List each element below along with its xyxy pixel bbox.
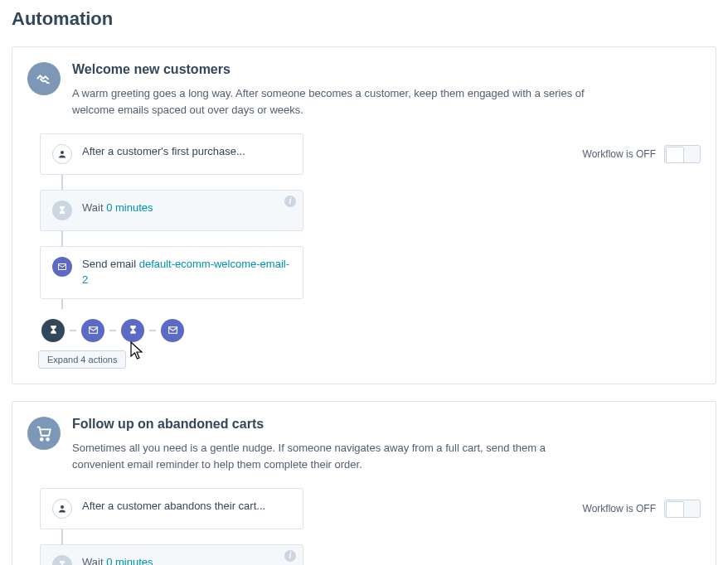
trigger-step[interactable]: After a customer's first purchase... xyxy=(40,133,303,175)
hourglass-icon[interactable] xyxy=(121,319,144,342)
connector xyxy=(61,529,63,544)
trigger-step[interactable]: After a customer abandons their cart... xyxy=(40,488,303,529)
email-icon[interactable] xyxy=(81,319,104,342)
wait-label: Wait xyxy=(82,201,104,214)
workflow-card-welcome: Welcome new customers A warm greeting go… xyxy=(12,46,716,384)
connector xyxy=(61,231,63,246)
wait-value-link[interactable]: 0 minutes xyxy=(106,556,153,565)
page-title: Automation xyxy=(12,8,716,30)
svg-point-3 xyxy=(41,438,43,441)
collapsed-actions-row xyxy=(41,319,701,342)
handshake-icon xyxy=(27,62,61,95)
workflow-title: Welcome new customers xyxy=(72,62,586,77)
wait-step[interactable]: Wait 0 minutes i xyxy=(40,544,303,565)
workflow-description: A warm greeting goes a long way. After s… xyxy=(72,85,586,118)
cart-icon xyxy=(27,417,61,450)
workflow-title: Follow up on abandoned carts xyxy=(72,417,586,432)
send-email-step[interactable]: Send email default-ecomm-welcome-email-2 xyxy=(40,246,303,299)
expand-actions-button[interactable]: Expand 4 actions xyxy=(38,350,126,369)
card-header: Follow up on abandoned carts Sometimes a… xyxy=(27,417,701,473)
trigger-label: After a customer's first purchase... xyxy=(82,144,245,160)
user-icon xyxy=(52,499,72,519)
wait-step[interactable]: Wait 0 minutes i xyxy=(40,190,303,231)
svg-point-4 xyxy=(46,438,49,441)
wait-value-link[interactable]: 0 minutes xyxy=(106,201,153,214)
hourglass-icon[interactable] xyxy=(41,319,65,342)
wait-label: Wait xyxy=(82,556,104,565)
mini-connector xyxy=(149,330,156,331)
send-email-label: Send email xyxy=(82,258,136,270)
email-icon[interactable] xyxy=(161,319,184,342)
mini-connector xyxy=(109,330,116,331)
connector xyxy=(61,299,63,309)
workflow-card-abandoned: Follow up on abandoned carts Sometimes a… xyxy=(12,401,716,565)
mini-connector xyxy=(70,330,76,331)
svg-point-0 xyxy=(61,151,64,154)
info-icon[interactable]: i xyxy=(284,196,296,207)
workflow-description: Sometimes all you need is a gentle nudge… xyxy=(72,440,586,473)
user-icon xyxy=(52,144,72,164)
connector xyxy=(61,175,63,190)
info-icon[interactable]: i xyxy=(284,550,296,562)
email-icon xyxy=(52,257,72,277)
card-header: Welcome new customers A warm greeting go… xyxy=(27,62,701,118)
trigger-label: After a customer abandons their cart... xyxy=(82,499,265,514)
hourglass-icon xyxy=(52,555,72,565)
svg-point-5 xyxy=(61,505,64,509)
hourglass-icon xyxy=(52,200,72,220)
